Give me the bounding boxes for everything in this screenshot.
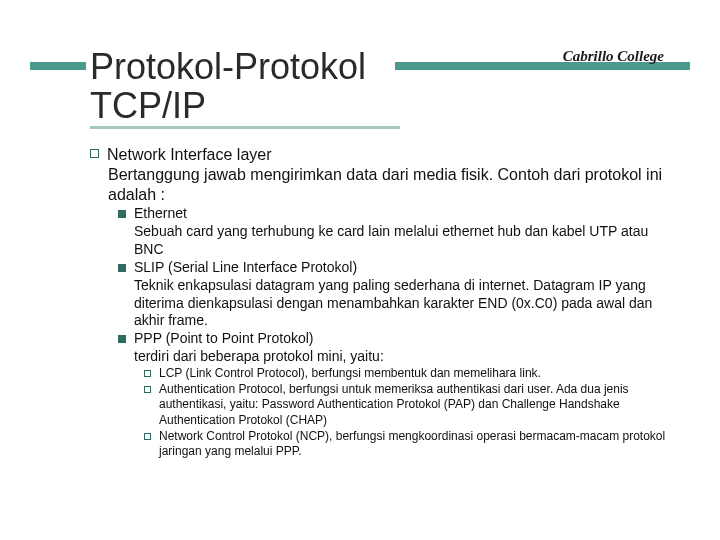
slide-title: Protokol-Protokol TCP/IP xyxy=(90,48,366,126)
bullet-l3: Network Control Protokol (NCP), berfungs… xyxy=(144,429,680,460)
l2-body-1: Teknik enkapsulasi datagram yang paling … xyxy=(134,277,680,331)
l2-body-0: Sebuah card yang terhubung ke card lain … xyxy=(134,223,680,259)
filled-square-icon xyxy=(118,335,126,343)
bullet-l2: SLIP (Serial Line Interface Protokol) xyxy=(118,259,680,277)
accent-bar-left xyxy=(30,62,86,70)
l3-txt-0: LCP (Link Control Protocol), berfungsi m… xyxy=(159,366,541,382)
l3-txt-1: Authentication Protocol, berfungsi untuk… xyxy=(159,382,680,429)
bullet-l3: Authentication Protocol, berfungsi untuk… xyxy=(144,382,680,429)
l1-body: Bertanggung jawab mengirimkan data dari … xyxy=(108,165,680,205)
hollow-square-icon xyxy=(144,370,151,377)
filled-square-icon xyxy=(118,264,126,272)
hollow-square-icon xyxy=(144,386,151,393)
l2-body-2: terdiri dari beberapa protokol mini, yai… xyxy=(134,348,680,366)
hollow-square-icon xyxy=(90,149,99,158)
bullet-l3: LCP (Link Control Protocol), berfungsi m… xyxy=(144,366,680,382)
title-underline xyxy=(90,126,400,129)
l2-head-0: Ethernet xyxy=(134,205,187,223)
title-line-1: Protokol-Protokol xyxy=(90,46,366,87)
bullet-l2: Ethernet xyxy=(118,205,680,223)
l2-head-1: SLIP (Serial Line Interface Protokol) xyxy=(134,259,357,277)
bullet-l2: PPP (Point to Point Protokol) xyxy=(118,330,680,348)
bullet-l1: Network Interface layer xyxy=(90,145,680,165)
l1-head: Network Interface layer xyxy=(107,145,272,165)
title-line-2: TCP/IP xyxy=(90,85,206,126)
brand-label: Cabrillo College xyxy=(563,48,664,65)
hollow-square-icon xyxy=(144,433,151,440)
slide-content: Network Interface layer Bertanggung jawa… xyxy=(90,145,680,460)
filled-square-icon xyxy=(118,210,126,218)
l3-txt-2: Network Control Protokol (NCP), berfungs… xyxy=(159,429,680,460)
l2-head-2: PPP (Point to Point Protokol) xyxy=(134,330,314,348)
